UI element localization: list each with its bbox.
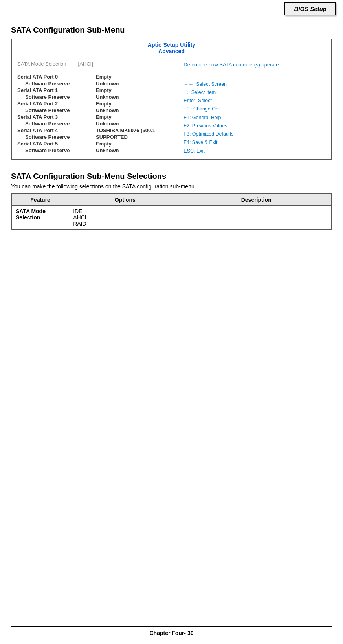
port-row: Software PreserveUnknown [17, 81, 172, 86]
port-row: Serial ATA Port 0Empty [17, 74, 172, 80]
nav-key-item: –/+: Change Opt. [183, 105, 326, 113]
port-label: Serial ATA Port 1 [17, 87, 96, 93]
table-body: SATA Mode SelectionIDEAHCIRAID [11, 205, 332, 230]
selections-table: Feature Options Description SATA Mode Se… [11, 193, 332, 230]
selections-title: SATA Configuration Sub-Menu Selections [11, 172, 332, 181]
port-value: Unknown [96, 147, 119, 153]
sata-mode-label: SATA Mode Selection [17, 61, 66, 67]
nav-key-item: ↑↓: Select Item [183, 88, 326, 97]
col-description: Description [181, 194, 332, 206]
port-label: Serial ATA Port 4 [17, 127, 96, 133]
right-description: Determine how SATA controller(s) operate… [183, 61, 326, 74]
bios-body-row: SATA Mode Selection [AHCI] Serial ATA Po… [11, 57, 332, 160]
port-value: Unknown [96, 94, 119, 100]
nav-key-item: F3: Optimized Defaults [183, 130, 326, 138]
port-label: Software Preserve [17, 134, 96, 140]
port-value: SUPPORTED [96, 134, 128, 140]
utility-title: Aptio Setup Utility [16, 42, 327, 48]
nav-key-item: F4: Save & Exit [183, 138, 326, 147]
page-footer: Chapter Four- 30 [11, 626, 332, 636]
port-value: TOSHIBA MK5076 (500.1 [96, 127, 155, 133]
port-label: Software Preserve [17, 147, 96, 153]
port-row: Software PreserveUnknown [17, 121, 172, 127]
option-item: RAID [73, 221, 177, 227]
col-options: Options [69, 194, 181, 206]
port-row: Software PreserveUnknown [17, 94, 172, 100]
port-value: Unknown [96, 121, 119, 127]
port-value: Empty [96, 87, 112, 93]
nav-key-item: F2: Previous Values [183, 122, 326, 130]
port-label: Software Preserve [17, 81, 96, 86]
port-value: Empty [96, 74, 112, 80]
bios-header-row: Aptio Setup Utility Advanced [11, 39, 332, 57]
nav-keys: →←: Select Screen↑↓: Select ItemEnter: S… [183, 80, 326, 155]
port-row: Serial ATA Port 2Empty [17, 101, 172, 107]
port-label: Serial ATA Port 0 [17, 74, 96, 80]
options-cell: IDEAHCIRAID [69, 205, 181, 230]
ports-container: Serial ATA Port 0EmptySoftware PreserveU… [17, 74, 172, 153]
port-row: Software PreserveSUPPORTED [17, 134, 172, 140]
bios-header-cell: Aptio Setup Utility Advanced [11, 39, 332, 57]
feature-cell: SATA Mode Selection [11, 205, 69, 230]
port-row: Software PreserveUnknown [17, 107, 172, 113]
port-label: Serial ATA Port 2 [17, 101, 96, 107]
nav-key-item: →←: Select Screen [183, 80, 326, 88]
bios-right-panel: Determine how SATA controller(s) operate… [178, 57, 332, 160]
nav-key-item: ESC: Exit [183, 147, 326, 155]
port-label: Serial ATA Port 3 [17, 114, 96, 120]
option-item: AHCI [73, 214, 177, 221]
table-header-row: Feature Options Description [11, 194, 332, 206]
port-value: Unknown [96, 81, 119, 86]
port-label: Serial ATA Port 5 [17, 141, 96, 147]
port-row: Serial ATA Port 5Empty [17, 141, 172, 147]
header: BIOS Setup [0, 0, 343, 18]
page-content: SATA Configuration Sub-Menu Aptio Setup … [0, 18, 343, 246]
port-label: Software Preserve [17, 107, 96, 113]
port-row: Serial ATA Port 3Empty [17, 114, 172, 120]
table-row: SATA Mode SelectionIDEAHCIRAID [11, 205, 332, 230]
port-row: Software PreserveUnknown [17, 147, 172, 153]
port-label: Software Preserve [17, 121, 96, 127]
bios-ui-table: Aptio Setup Utility Advanced SATA Mode S… [11, 39, 332, 160]
option-item: IDE [73, 208, 177, 214]
port-label: Software Preserve [17, 94, 96, 100]
bios-setup-tab: BIOS Setup [284, 2, 336, 15]
nav-key-item: F1: General Help [183, 114, 326, 122]
selections-desc: You can make the following selections on… [11, 183, 332, 190]
description-cell [181, 205, 332, 230]
port-value: Unknown [96, 107, 119, 113]
port-value: Empty [96, 141, 112, 147]
port-value: Empty [96, 114, 112, 120]
bios-left-panel: SATA Mode Selection [AHCI] Serial ATA Po… [11, 57, 178, 160]
section-label: Advanced [16, 48, 327, 54]
port-row: Serial ATA Port 1Empty [17, 87, 172, 93]
port-value: Empty [96, 101, 112, 107]
port-row: Serial ATA Port 4TOSHIBA MK5076 (500.1 [17, 127, 172, 133]
nav-key-item: Enter: Select [183, 97, 326, 105]
page-title: SATA Configuration Sub-Menu [11, 26, 332, 35]
sata-mode-value: [AHCI] [78, 61, 93, 70]
col-feature: Feature [11, 194, 69, 206]
